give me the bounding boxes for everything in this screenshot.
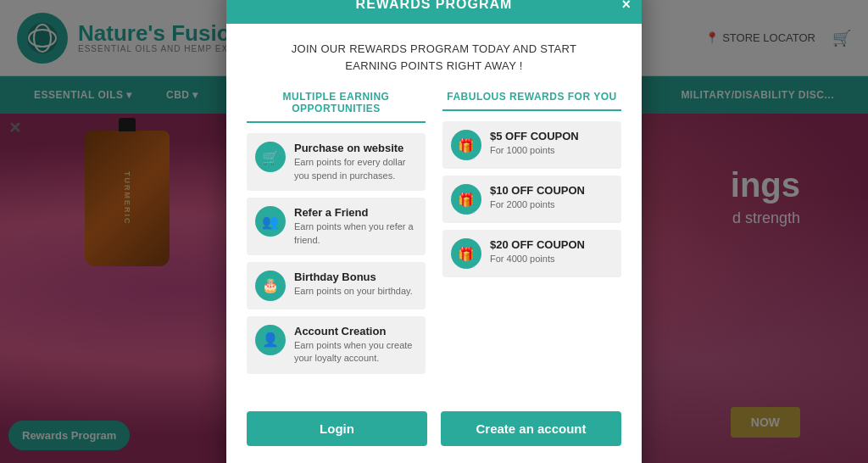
refer-text: Refer a Friend Earn points when you refe… [294, 206, 417, 247]
coupon-5-title: $5 OFF COUPON [490, 130, 613, 142]
account-title: Account Creation [294, 325, 417, 337]
account-desc: Earn points when you create your loyalty… [294, 339, 417, 365]
purchase-desc: Earn points for every dollar you spend i… [294, 156, 417, 182]
purchase-text: Purchase on website Earn points for ever… [294, 142, 417, 182]
coupon-20-icon: 🎁 [451, 238, 481, 269]
earning-column-header: MULTIPLE EARNING OPPORTUNITIES [247, 91, 426, 123]
coupon-5-icon: 🎁 [451, 130, 481, 160]
earning-item-refer: 👥 Refer a Friend Earn points when you re… [247, 198, 426, 255]
coupon-10-title: $10 OFF COUPON [490, 184, 613, 197]
coupon-20-desc: For 4000 points [490, 253, 613, 265]
account-icon: 👤 [255, 325, 286, 355]
birthday-title: Birthday Bonus [294, 271, 417, 283]
coupon-10-desc: For 2000 points [490, 198, 613, 211]
refer-desc: Earn points when you refer a friend. [294, 220, 417, 247]
modal-columns: MULTIPLE EARNING OPPORTUNITIES 🛒 Purchas… [247, 91, 621, 380]
account-text: Account Creation Earn points when you cr… [294, 325, 417, 365]
refer-title: Refer a Friend [294, 206, 417, 219]
reward-item-5off: 🎁 $5 OFF COUPON For 1000 points [442, 121, 621, 169]
earning-item-account: 👤 Account Creation Earn points when you … [247, 316, 426, 374]
modal-title: REWARDS PROGRAM [356, 0, 513, 11]
coupon-20-title: $20 OFF COUPON [490, 238, 613, 251]
earning-item-birthday: 🎂 Birthday Bonus Earn points on your bir… [247, 262, 426, 310]
modal-intro-line1: JOIN OUR REWARDS PROGRAM TODAY AND START [247, 41, 621, 58]
rewards-column: FABULOUS REWARDS FOR YOU 🎁 $5 OFF COUPON… [442, 91, 621, 380]
earning-item-purchase: 🛒 Purchase on website Earn points for ev… [247, 133, 426, 191]
create-account-button[interactable]: Create an account [441, 411, 621, 446]
birthday-text: Birthday Bonus Earn points on your birth… [294, 271, 417, 298]
rewards-column-header: FABULOUS REWARDS FOR YOU [442, 91, 621, 111]
modal-overlay: REWARDS PROGRAM × JOIN OUR REWARDS PROGR… [0, 0, 868, 463]
earning-column: MULTIPLE EARNING OPPORTUNITIES 🛒 Purchas… [247, 91, 426, 380]
birthday-desc: Earn points on your birthday. [294, 285, 417, 298]
modal-intro-line2: EARNING POINTS RIGHT AWAY ! [247, 58, 621, 75]
coupon-20-text: $20 OFF COUPON For 4000 points [490, 238, 613, 265]
reward-item-20off: 🎁 $20 OFF COUPON For 4000 points [442, 230, 621, 277]
rewards-modal: REWARDS PROGRAM × JOIN OUR REWARDS PROGR… [226, 0, 642, 463]
coupon-10-text: $10 OFF COUPON For 2000 points [490, 184, 613, 211]
refer-icon: 👥 [255, 206, 286, 237]
modal-close-button[interactable]: × [621, 0, 632, 12]
birthday-icon: 🎂 [255, 271, 286, 301]
purchase-icon: 🛒 [255, 142, 286, 172]
modal-footer: Login Create an account [226, 398, 642, 463]
modal-header: REWARDS PROGRAM × [226, 0, 642, 24]
coupon-5-desc: For 1000 points [490, 144, 613, 157]
modal-body: JOIN OUR REWARDS PROGRAM TODAY AND START… [226, 24, 642, 397]
reward-item-10off: 🎁 $10 OFF COUPON For 2000 points [442, 176, 621, 223]
coupon-10-icon: 🎁 [451, 184, 481, 215]
modal-intro-text: JOIN OUR REWARDS PROGRAM TODAY AND START… [247, 41, 621, 74]
login-button[interactable]: Login [247, 411, 427, 446]
purchase-title: Purchase on website [294, 142, 417, 154]
coupon-5-text: $5 OFF COUPON For 1000 points [490, 130, 613, 157]
